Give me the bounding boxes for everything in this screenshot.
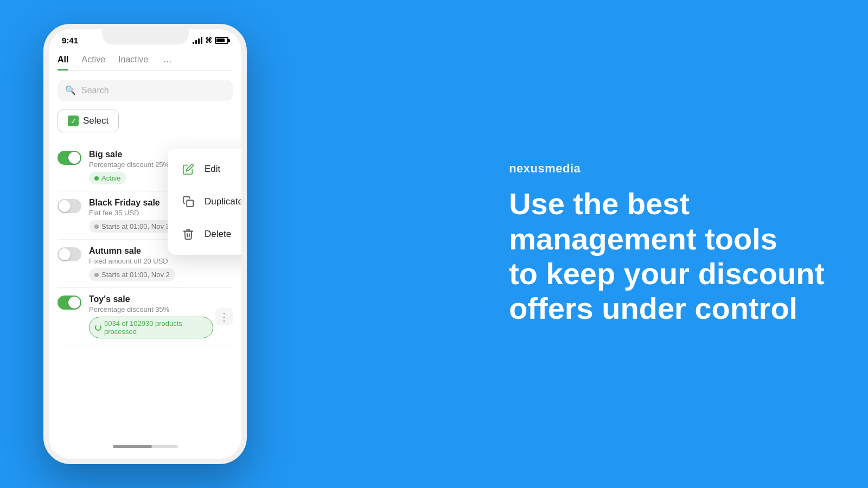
toys-sale-info: Toy's sale Percentage discount 35% 5034 … (89, 294, 213, 338)
tab-active[interactable]: Active (81, 55, 105, 70)
context-menu-duplicate[interactable]: Duplicate (168, 185, 247, 218)
duplicate-label: Duplicate (205, 196, 243, 207)
delete-icon (181, 227, 196, 242)
black-friday-badge-text: Starts at 01:00, Nov 3 (101, 222, 170, 230)
big-sale-badge: Active (89, 172, 126, 184)
tagline-line4: offers under control (509, 291, 825, 326)
toggle-switch-off2[interactable] (58, 247, 81, 261)
signal-icon (193, 37, 202, 44)
duplicate-icon (181, 194, 196, 209)
phone-notch (102, 29, 189, 44)
toggle-big-sale[interactable] (58, 151, 81, 165)
sale-item-toys-sale: Toy's sale Percentage discount 35% 5034 … (58, 288, 233, 345)
phone-mockup: 9:41 ⌘ All Active Inactive ... (43, 24, 247, 464)
tagline: Use the best management tools to keep yo… (509, 187, 825, 326)
tagline-line3: to keep your discount (509, 256, 825, 291)
context-menu: Edit Duplicate (168, 149, 247, 255)
toggle-black-friday[interactable] (58, 199, 81, 213)
sale-item-big-sale: Big sale Percentage discount 25% Active … (58, 143, 233, 191)
tagline-line1: Use the best (509, 187, 825, 221)
edit-label: Edit (205, 164, 220, 175)
wifi-icon: ⌘ (205, 36, 212, 44)
toys-sale-desc: Percentage discount 35% (89, 305, 213, 313)
search-input[interactable]: Search (81, 86, 109, 95)
select-button[interactable]: ✓ Select (58, 110, 119, 132)
processing-spinner (95, 324, 101, 331)
autumn-sale-desc: Fixed amount off 20 USD (89, 257, 233, 265)
phone-content: All Active Inactive ... 🔍 Search ✓ Selec… (49, 49, 241, 345)
brand-name: nexusmedia (509, 162, 825, 176)
status-time: 9:41 (62, 36, 78, 45)
toggle-autumn-sale[interactable] (58, 247, 81, 261)
delete-label: Delete (205, 229, 231, 240)
toggle-switch-off[interactable] (58, 199, 81, 213)
edit-icon (181, 162, 196, 177)
select-checkbox-icon: ✓ (68, 115, 79, 126)
toys-sale-name: Toy's sale (89, 294, 213, 304)
right-panel: nexusmedia Use the best management tools… (476, 162, 825, 326)
svg-rect-0 (187, 200, 193, 207)
status-icons: ⌘ (193, 36, 228, 44)
tab-bar: All Active Inactive ... (58, 49, 233, 71)
phone-frame: 9:41 ⌘ All Active Inactive ... (43, 24, 247, 464)
toys-sale-badge-text: 5034 of 102930 products processed (104, 319, 207, 336)
brand-prefix: nexus (509, 162, 545, 175)
black-friday-badge: Starts at 01:00, Nov 3 (89, 220, 175, 233)
autumn-sale-badge: Starts at 01:00, Nov 2 (89, 268, 175, 281)
battery-icon (215, 37, 228, 44)
select-label: Select (83, 115, 108, 126)
search-box[interactable]: 🔍 Search (58, 80, 233, 101)
context-menu-edit[interactable]: Edit (168, 153, 247, 185)
tagline-line2: management tools (509, 222, 825, 256)
toggle-switch-on[interactable] (58, 151, 81, 165)
brand-suffix: media (545, 162, 580, 175)
toys-sale-badge: 5034 of 102930 products processed (89, 317, 213, 338)
big-sale-badge-text: Active (101, 174, 120, 182)
toys-sale-more-button[interactable]: ⋮ (215, 308, 233, 325)
scroll-indicator (113, 445, 178, 448)
toggle-toys-sale[interactable] (58, 296, 81, 310)
tab-inactive[interactable]: Inactive (118, 55, 148, 70)
autumn-sale-badge-text: Starts at 01:00, Nov 2 (101, 271, 170, 279)
search-icon: 🔍 (65, 85, 76, 95)
tab-all[interactable]: All (58, 55, 68, 70)
toggle-switch-on2[interactable] (58, 296, 81, 310)
tab-more[interactable]: ... (163, 54, 171, 70)
context-menu-delete[interactable]: Delete (168, 218, 247, 251)
